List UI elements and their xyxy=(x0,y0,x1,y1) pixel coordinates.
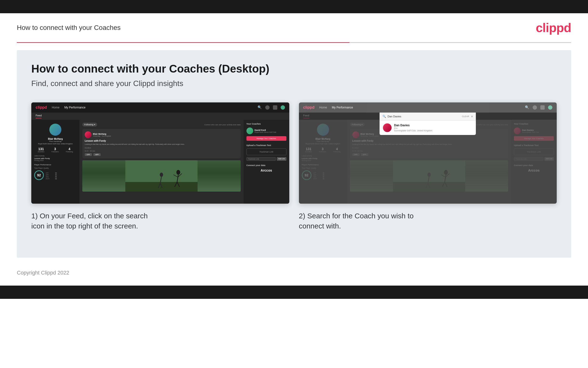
post-meta-1: Yesterday · Sunningdale xyxy=(93,135,111,137)
app-content-1: Blair McHarg Plus Handicap Royal North D… xyxy=(31,120,289,204)
post-avatar-1 xyxy=(85,131,91,138)
search-icon-modal: 🔍 xyxy=(382,115,386,118)
clear-button[interactable]: CLEAR xyxy=(462,115,469,118)
svg-point-3 xyxy=(176,170,180,175)
post-title-1: Lesson with Fordy xyxy=(85,139,238,142)
stat-activities-1: 131 Activities xyxy=(38,147,44,153)
add-link-btn-1[interactable]: Add Link xyxy=(277,157,286,161)
avatar-icon[interactable] xyxy=(281,105,285,110)
main-content: How to connect with your Coaches (Deskto… xyxy=(17,50,571,258)
quality-label-1: Total Player Quality xyxy=(34,167,77,169)
nav-my-performance-2[interactable]: My Performance xyxy=(332,106,353,109)
main-title: How to connect with your Coaches (Deskto… xyxy=(31,62,557,75)
stat-activities-num-1: 131 xyxy=(38,147,44,151)
post-duration-1: Duration xyxy=(85,147,238,149)
activity-date-1: 03 Aug 2022 xyxy=(34,159,77,161)
result-role: Pro xyxy=(394,127,432,129)
app-logo-1: clippd xyxy=(36,105,47,110)
coach-name-1: David Ford xyxy=(255,129,276,131)
nav-home-1[interactable]: Home xyxy=(52,106,60,109)
stat-followers-1: 3 Followers xyxy=(52,147,59,153)
search-result-item[interactable]: Dan Davies Pro Sunningdale Golf Club, Un… xyxy=(380,120,476,135)
caption-2: 2) Search for the Coach you wish toconne… xyxy=(299,211,557,231)
following-row-1: Following ▾ Control who can see your act… xyxy=(82,123,241,127)
trackman-placeholder-1: Trackman Link xyxy=(246,148,286,155)
post-img-1 xyxy=(82,160,241,192)
profile-handicap-1: Plus Handicap xyxy=(34,140,77,142)
feed-tab-1: Feed xyxy=(31,112,289,120)
search-icon[interactable]: 🔍 xyxy=(257,105,262,110)
profile-name-1: Blair McHarg xyxy=(34,138,77,140)
off-btn-1[interactable]: OFF xyxy=(85,153,92,156)
post-card-1: Blair McHarg Yesterday · Sunningdale Les… xyxy=(82,129,241,158)
result-avatar xyxy=(383,123,392,132)
stat-bars-1: OTT 90 APP 85 ARG xyxy=(46,172,57,180)
coaches-title-1: Your Coaches xyxy=(246,123,286,125)
page-title: How to connect with your Coaches xyxy=(17,24,121,32)
stat-following-label-1: Following xyxy=(66,151,73,153)
stat-followers-label-1: Followers xyxy=(52,151,59,153)
search-modal: 🔍 Dan Davies CLEAR × Dan Davies Pro Sunn… xyxy=(380,112,476,135)
arccos-logo-1: Arccos xyxy=(246,168,286,172)
screenshot-frame-1: clippd Home My Performance 🔍 Feed xyxy=(31,102,289,204)
following-badge-1[interactable]: Following ▾ xyxy=(82,123,97,127)
latest-activity-label-1: Latest Activity xyxy=(34,155,77,157)
trackman-input-1[interactable]: Trackman Link xyxy=(246,157,276,161)
close-search-button[interactable]: × xyxy=(471,114,473,118)
post-time-1: 01 hr : 30 min xyxy=(85,150,238,152)
profile-club-1: Royal North Devon Golf Club, United King… xyxy=(34,143,77,145)
nav-icons-1: 🔍 xyxy=(257,105,285,110)
app-nav-1: clippd Home My Performance 🔍 xyxy=(31,102,289,112)
nav-home-2[interactable]: Home xyxy=(319,106,327,109)
app-logo-2: clippd xyxy=(303,105,315,110)
search-query[interactable]: Dan Davies xyxy=(387,115,462,118)
nav-icons-2: 🔍 xyxy=(525,105,552,110)
stat-following-num-1: 4 xyxy=(66,147,73,151)
control-link-1[interactable]: Control who can see your activity and da… xyxy=(204,124,241,126)
screenshot-frame-2: clippd Home My Performance 🔍 Feed xyxy=(299,102,557,204)
result-club: Sunningdale Golf Club, United Kingdom xyxy=(394,129,432,132)
settings-icon-2[interactable] xyxy=(540,105,545,110)
top-bar xyxy=(0,0,588,13)
screenshot-col-2: clippd Home My Performance 🔍 Feed xyxy=(299,102,557,231)
result-name: Dan Davies xyxy=(394,124,432,127)
screenshots-row: clippd Home My Performance 🔍 Feed xyxy=(31,102,557,231)
header-divider xyxy=(17,42,571,43)
coach-club-1: Royal North Devon Golf Club xyxy=(255,131,276,133)
stat-followers-num-1: 3 xyxy=(52,147,59,151)
app-btn-1[interactable]: APP xyxy=(93,153,101,156)
middle-panel-1: Following ▾ Control who can see your act… xyxy=(79,120,244,204)
bottom-bar xyxy=(0,285,588,299)
avatar-icon-2[interactable] xyxy=(548,105,552,110)
upload-title-1: Upload a Trackman Test xyxy=(246,144,286,147)
header: How to connect with your Coaches clippd xyxy=(0,13,588,42)
footer: Copyright Clippd 2022 xyxy=(0,265,588,285)
coach-card-1: David Ford Royal North Devon Golf Club xyxy=(246,128,286,134)
stat-following-1: 4 Following xyxy=(66,147,73,153)
profile-avatar-1 xyxy=(49,124,61,136)
settings-icon[interactable] xyxy=(273,105,277,110)
post-name-1: Blair McHarg xyxy=(93,133,111,135)
post-btns-1: OFF APP xyxy=(85,153,238,156)
stat-activities-label-1: Activities xyxy=(38,151,44,153)
trackman-input-row-1: Trackman Link Add Link xyxy=(246,157,286,161)
logo: clippd xyxy=(536,20,571,35)
feed-tab-label-1[interactable]: Feed xyxy=(36,114,42,118)
post-header-1: Blair McHarg Yesterday · Sunningdale xyxy=(85,131,238,138)
svg-point-9 xyxy=(160,173,163,177)
stats-row-1: 131 Activities 3 Followers 4 Following xyxy=(34,147,77,153)
post-body-1: Looking to feel like my hands are exitin… xyxy=(85,143,238,146)
player-perf-1: Player Performance xyxy=(34,164,77,166)
copyright: Copyright Clippd 2022 xyxy=(17,270,69,276)
nav-my-performance-1[interactable]: My Performance xyxy=(64,106,86,109)
app-nav-2: clippd Home My Performance 🔍 xyxy=(299,102,557,112)
profile-icon-2[interactable] xyxy=(533,105,537,110)
manage-coaches-btn-1[interactable]: Manage Your Coaches xyxy=(246,136,286,141)
connect-title-1: Connect your data xyxy=(246,164,286,166)
search-icon-2[interactable]: 🔍 xyxy=(525,105,529,110)
screenshot-col-1: clippd Home My Performance 🔍 Feed xyxy=(31,102,289,231)
activity-name-1: Lesson with Fordy xyxy=(34,157,77,159)
right-panel-1: Your Coaches David Ford Royal North Devo… xyxy=(244,120,289,204)
coach-avatar-1 xyxy=(246,128,253,134)
profile-icon[interactable] xyxy=(265,105,270,110)
